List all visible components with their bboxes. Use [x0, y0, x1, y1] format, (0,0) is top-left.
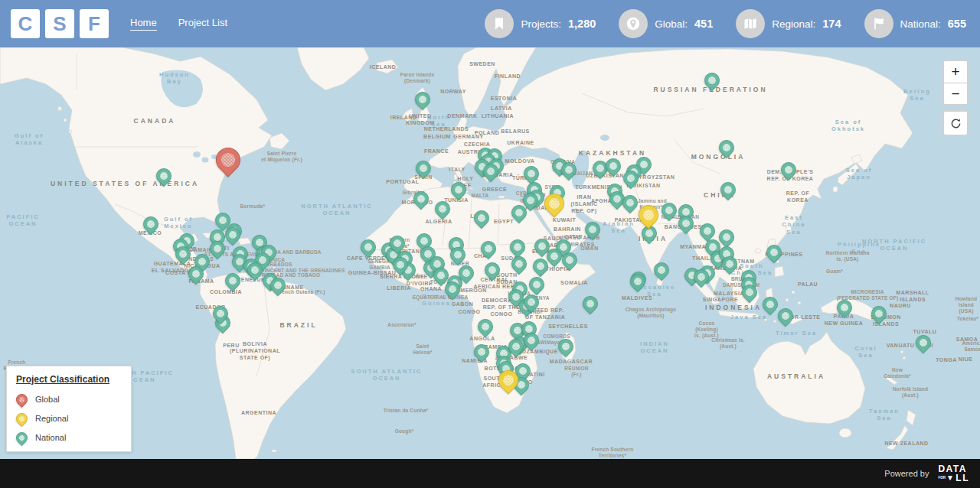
national-project-marker[interactable] [445, 281, 459, 295]
national-project-marker[interactable] [529, 277, 543, 291]
national-project-marker[interactable] [451, 182, 465, 196]
legend-item-regional: Regional [16, 413, 122, 423]
national-project-marker[interactable] [247, 262, 261, 276]
national-project-marker[interactable] [361, 239, 374, 253]
nav-home[interactable]: Home [130, 17, 157, 31]
national-project-marker[interactable] [622, 195, 636, 209]
national-project-marker[interactable] [390, 236, 403, 249]
national-project-marker[interactable] [524, 333, 537, 346]
flag-icon [864, 9, 893, 38]
stat-projects-value: 1,280 [568, 18, 596, 30]
national-project-marker[interactable] [510, 239, 524, 253]
national-project-marker[interactable] [210, 241, 224, 255]
national-project-marker[interactable] [763, 297, 776, 311]
national-project-marker[interactable] [270, 278, 284, 291]
national-project-marker[interactable] [654, 262, 668, 276]
national-project-marker[interactable] [606, 158, 619, 172]
bookmark-icon [485, 9, 514, 38]
stat-projects-label: Projects: [521, 18, 561, 30]
national-project-marker[interactable] [416, 233, 430, 247]
national-project-marker[interactable] [561, 162, 575, 176]
stat-national: National: 655 [864, 9, 967, 38]
national-project-marker[interactable] [719, 140, 733, 154]
national-project-marker[interactable] [720, 182, 734, 196]
national-project-marker[interactable] [225, 273, 239, 287]
logo-for-text: FOR [938, 477, 946, 480]
logo-letter-f: F [80, 9, 109, 38]
national-project-marker[interactable] [485, 262, 498, 276]
world-map-canvas[interactable]: Gulf of AlaskaHudson BayCANADAUNITED STA… [0, 47, 980, 459]
national-project-marker[interactable] [722, 256, 736, 270]
national-project-marker[interactable] [781, 162, 795, 176]
national-project-marker[interactable] [593, 161, 606, 174]
national-project-marker[interactable] [225, 227, 239, 241]
regional-project-marker[interactable] [639, 205, 657, 223]
header: C S F Home Project List Projects: 1,280 … [0, 0, 980, 47]
regional-project-marker[interactable] [544, 194, 563, 212]
national-project-marker[interactable] [534, 239, 548, 252]
national-project-marker[interactable] [156, 168, 170, 182]
national-project-marker[interactable] [562, 252, 576, 266]
national-project-marker[interactable] [483, 164, 497, 177]
national-project-marker[interactable] [474, 344, 488, 358]
nav-project-list[interactable]: Project List [178, 17, 227, 31]
national-project-marker[interactable] [435, 201, 449, 215]
national-project-marker[interactable] [766, 245, 780, 259]
zoom-in-button[interactable]: + [944, 61, 967, 83]
national-project-marker[interactable] [609, 191, 623, 205]
map-markers-layer [0, 47, 980, 459]
pin-letter-icon: ▼ [946, 474, 955, 482]
national-project-marker[interactable] [459, 265, 472, 279]
national-project-marker[interactable] [837, 300, 851, 314]
national-project-marker[interactable] [662, 203, 675, 216]
national-project-marker[interactable] [678, 216, 692, 229]
zoom-out-button[interactable]: − [944, 83, 967, 104]
national-project-marker[interactable] [474, 210, 488, 224]
national-project-marker[interactable] [450, 247, 464, 261]
footer: Powered by DATA FOR ▼ LL [0, 459, 980, 488]
data-for-all-logo[interactable]: DATA FOR ▼ LL [938, 464, 969, 483]
national-project-marker[interactable] [533, 259, 547, 272]
national-project-marker[interactable] [778, 308, 792, 322]
national-project-marker[interactable] [583, 296, 596, 310]
national-project-marker[interactable] [630, 274, 644, 288]
national-project-marker[interactable] [585, 222, 599, 236]
logo-line-all: FOR ▼ LL [938, 473, 969, 483]
national-project-marker[interactable] [478, 319, 492, 333]
national-project-marker[interactable] [143, 216, 157, 230]
refresh-button[interactable] [942, 110, 969, 136]
regional-project-marker[interactable] [498, 370, 517, 389]
national-project-marker[interactable] [413, 191, 427, 205]
national-project-marker[interactable] [700, 223, 714, 237]
national-project-marker[interactable] [175, 246, 189, 260]
national-project-marker[interactable] [704, 73, 718, 86]
national-project-marker[interactable] [188, 266, 202, 280]
national-project-marker[interactable] [524, 294, 537, 308]
stat-national-label: National: [900, 18, 941, 30]
national-project-marker[interactable] [416, 161, 430, 174]
global-project-marker[interactable] [216, 148, 239, 171]
stat-regional-label: Regional: [772, 18, 815, 30]
national-project-marker[interactable] [511, 205, 525, 219]
national-project-marker[interactable] [508, 339, 522, 353]
national-project-marker[interactable] [415, 92, 429, 106]
stat-global: Global: 451 [619, 9, 713, 38]
national-project-marker[interactable] [213, 306, 227, 320]
national-project-marker[interactable] [481, 241, 495, 255]
csf-logo[interactable]: C S F [11, 9, 109, 38]
national-project-marker[interactable] [719, 229, 733, 243]
national-project-marker[interactable] [694, 269, 707, 283]
national-project-marker[interactable] [511, 256, 525, 270]
national-project-marker[interactable] [623, 171, 637, 184]
stat-regional-value: 174 [822, 18, 841, 30]
national-project-marker[interactable] [558, 339, 572, 353]
legend-regional-label: Regional [35, 414, 68, 423]
national-project-marker[interactable] [524, 166, 537, 180]
national-project-marker[interactable] [871, 306, 885, 320]
national-project-marker[interactable] [393, 257, 407, 271]
national-project-marker[interactable] [547, 249, 560, 262]
global-pin-icon [16, 394, 26, 404]
national-project-marker[interactable] [433, 268, 447, 281]
national-project-marker[interactable] [916, 335, 929, 349]
national-project-marker[interactable] [742, 285, 756, 298]
